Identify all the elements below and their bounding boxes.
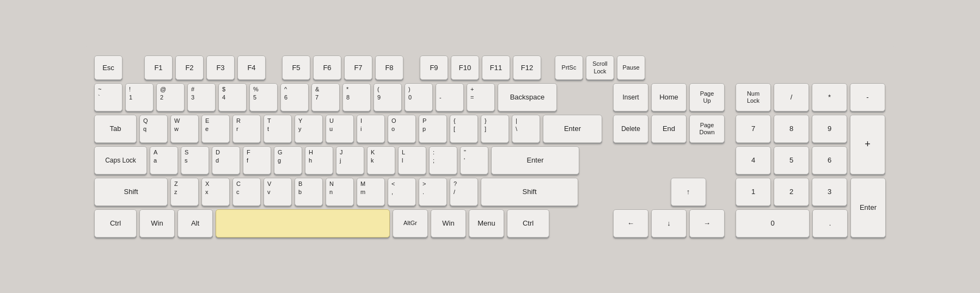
key-u[interactable]: Uu xyxy=(326,115,354,143)
key-enter-wide[interactable]: Enter xyxy=(491,146,579,174)
key-numslash[interactable]: / xyxy=(774,83,809,111)
key-comma[interactable]: <, xyxy=(388,178,416,206)
key-f4[interactable]: F4 xyxy=(237,55,266,80)
key-num7[interactable]: 7 xyxy=(736,115,771,143)
key-l[interactable]: Ll xyxy=(398,146,426,174)
key-rshift[interactable]: Shift xyxy=(481,178,578,206)
key-pause[interactable]: Pause xyxy=(617,55,645,80)
key-numminus[interactable]: - xyxy=(850,83,885,111)
key-lshift[interactable]: Shift xyxy=(94,178,168,206)
key-home[interactable]: Home xyxy=(651,83,687,111)
key-f6[interactable]: F6 xyxy=(313,55,341,80)
key-m[interactable]: Mm xyxy=(357,178,385,206)
key-f12[interactable]: F12 xyxy=(513,55,541,80)
key-e[interactable]: Ee xyxy=(201,115,230,143)
key-6[interactable]: ^6 xyxy=(280,83,309,111)
key-num8[interactable]: 8 xyxy=(774,115,809,143)
key-enter[interactable]: Enter xyxy=(543,115,602,143)
key-9[interactable]: (9 xyxy=(373,83,402,111)
key-w[interactable]: Ww xyxy=(170,115,199,143)
key-minus[interactable]: - xyxy=(436,83,464,111)
key-menu[interactable]: Menu xyxy=(469,209,504,238)
key-scrolllock[interactable]: ScrollLock xyxy=(586,55,614,80)
key-pagedown[interactable]: PageDown xyxy=(689,115,725,143)
key-rwin[interactable]: Win xyxy=(431,209,466,238)
key-z[interactable]: Zz xyxy=(170,178,199,206)
key-o[interactable]: Oo xyxy=(388,115,416,143)
key-lalt[interactable]: Alt xyxy=(177,209,213,238)
key-x[interactable]: Xx xyxy=(201,178,230,206)
key-backslash[interactable]: |\ xyxy=(512,115,540,143)
key-numenter[interactable]: Enter xyxy=(850,178,886,238)
key-space[interactable] xyxy=(216,209,390,238)
key-f5[interactable]: F5 xyxy=(282,55,310,80)
key-num0[interactable]: 0 xyxy=(736,209,810,238)
key-i[interactable]: Ii xyxy=(357,115,385,143)
key-quote[interactable]: "' xyxy=(460,146,488,174)
key-num3[interactable]: 3 xyxy=(812,178,847,206)
key-equals[interactable]: += xyxy=(467,83,495,111)
key-s[interactable]: Ss xyxy=(181,146,209,174)
key-n[interactable]: Nn xyxy=(326,178,354,206)
key-lctrl[interactable]: Ctrl xyxy=(94,209,137,238)
key-3[interactable]: #3 xyxy=(187,83,216,111)
key-7[interactable]: &7 xyxy=(311,83,340,111)
key-semicolon[interactable]: :; xyxy=(429,146,457,174)
key-delete[interactable]: Delete xyxy=(613,115,648,143)
key-slash[interactable]: ?/ xyxy=(450,178,478,206)
key-pageup[interactable]: PageUp xyxy=(689,83,725,111)
key-raltgr[interactable]: AltGr xyxy=(393,209,428,238)
key-period[interactable]: >. xyxy=(419,178,447,206)
key-f1[interactable]: F1 xyxy=(144,55,173,80)
key-v[interactable]: Vv xyxy=(264,178,292,206)
key-backspace[interactable]: Backspace xyxy=(498,83,557,111)
key-num6[interactable]: 6 xyxy=(812,146,847,174)
key-num1[interactable]: 1 xyxy=(736,178,771,206)
key-q[interactable]: Qq xyxy=(139,115,168,143)
key-f2[interactable]: F2 xyxy=(175,55,204,80)
key-p[interactable]: Pp xyxy=(419,115,447,143)
key-num2[interactable]: 2 xyxy=(774,178,809,206)
key-f7[interactable]: F7 xyxy=(344,55,372,80)
key-j[interactable]: Jj xyxy=(336,146,364,174)
key-g[interactable]: Gg xyxy=(274,146,302,174)
key-5[interactable]: %5 xyxy=(249,83,278,111)
key-prtsc[interactable]: PrtSc xyxy=(555,55,583,80)
key-insert[interactable]: Insert xyxy=(613,83,648,111)
key-rbracket[interactable]: }] xyxy=(481,115,509,143)
key-numlock[interactable]: NumLock xyxy=(736,83,771,111)
key-f3[interactable]: F3 xyxy=(206,55,235,80)
key-2[interactable]: @2 xyxy=(156,83,185,111)
key-numstar[interactable]: * xyxy=(812,83,847,111)
key-rctrl[interactable]: Ctrl xyxy=(507,209,549,238)
key-h[interactable]: Hh xyxy=(305,146,333,174)
key-y[interactable]: Yy xyxy=(295,115,323,143)
key-lwin[interactable]: Win xyxy=(139,209,175,238)
key-k[interactable]: Kk xyxy=(367,146,395,174)
key-lbracket[interactable]: {[ xyxy=(450,115,478,143)
key-end[interactable]: End xyxy=(651,115,687,143)
key-num4[interactable]: 4 xyxy=(736,146,771,174)
key-f8[interactable]: F8 xyxy=(375,55,403,80)
key-b[interactable]: Bb xyxy=(295,178,323,206)
key-tab[interactable]: Tab xyxy=(94,115,137,143)
key-c[interactable]: Cc xyxy=(232,178,261,206)
key-up[interactable]: ↑ xyxy=(671,178,706,206)
key-right[interactable]: → xyxy=(689,209,725,238)
key-0[interactable]: )0 xyxy=(405,83,433,111)
key-esc[interactable]: Esc xyxy=(94,55,122,80)
key-1[interactable]: !1 xyxy=(125,83,154,111)
key-r[interactable]: Rr xyxy=(232,115,261,143)
key-left[interactable]: ← xyxy=(613,209,648,238)
key-8[interactable]: *8 xyxy=(342,83,371,111)
key-down[interactable]: ↓ xyxy=(651,209,687,238)
key-f9[interactable]: F9 xyxy=(420,55,448,80)
key-capslock[interactable]: Caps Lock xyxy=(94,146,147,174)
key-f11[interactable]: F11 xyxy=(482,55,510,80)
key-backtick[interactable]: ~` xyxy=(94,83,122,111)
key-f10[interactable]: F10 xyxy=(451,55,479,80)
key-f[interactable]: Ff xyxy=(243,146,271,174)
key-t[interactable]: Tt xyxy=(264,115,292,143)
key-num9[interactable]: 9 xyxy=(812,115,847,143)
key-d[interactable]: Dd xyxy=(212,146,240,174)
